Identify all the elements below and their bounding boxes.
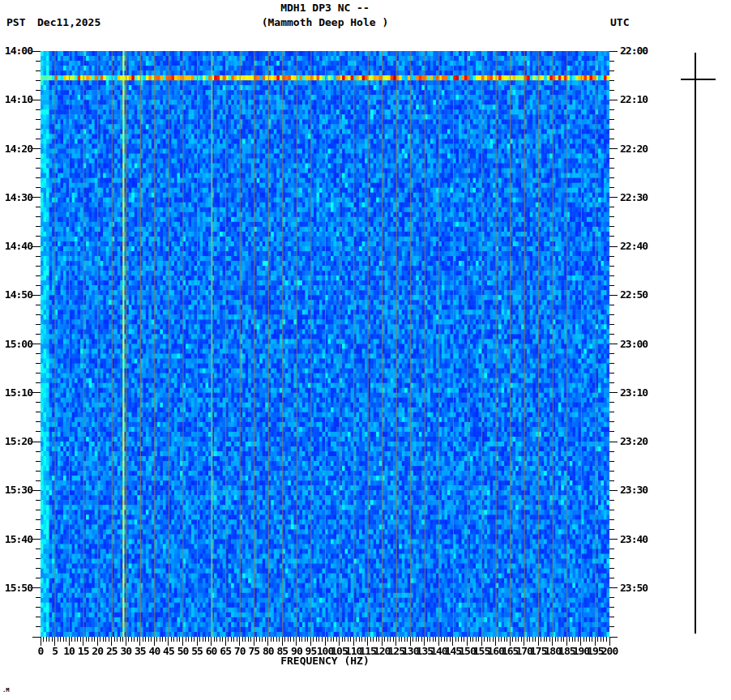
y-axis-label-utc: 22:00 bbox=[620, 45, 652, 57]
x-tick bbox=[507, 637, 507, 642]
y-tick-left bbox=[36, 558, 41, 559]
x-tick bbox=[487, 637, 488, 642]
y-axis-label-utc: 22:40 bbox=[620, 241, 652, 252]
x-tick bbox=[318, 637, 319, 642]
x-tick bbox=[478, 637, 479, 642]
y-tick-right bbox=[609, 80, 614, 81]
y-tick-left bbox=[36, 402, 41, 403]
x-tick bbox=[49, 637, 49, 642]
x-tick bbox=[313, 637, 314, 642]
y-tick-left bbox=[36, 421, 41, 422]
x-tick bbox=[342, 637, 343, 642]
x-tick bbox=[597, 637, 598, 642]
y-tick-right bbox=[609, 148, 618, 149]
x-tick bbox=[476, 637, 477, 642]
y-tick-left bbox=[32, 246, 41, 247]
y-tick-left bbox=[32, 442, 41, 442]
x-tick bbox=[77, 637, 78, 642]
x-tick bbox=[307, 637, 308, 642]
x-tick bbox=[273, 637, 274, 642]
y-tick-left bbox=[36, 597, 41, 598]
y-tick-left bbox=[36, 324, 41, 325]
y-tick-left bbox=[36, 207, 41, 207]
x-tick bbox=[242, 637, 243, 642]
x-tick bbox=[529, 637, 530, 642]
y-tick-right bbox=[609, 637, 618, 638]
y-tick-left bbox=[36, 177, 41, 178]
x-tick bbox=[331, 637, 331, 642]
x-tick bbox=[208, 637, 209, 642]
x-tick bbox=[233, 637, 234, 642]
x-tick bbox=[203, 637, 203, 642]
y-tick-left bbox=[32, 490, 41, 491]
y-tick-right bbox=[609, 207, 614, 207]
x-tick bbox=[344, 637, 345, 642]
y-axis-label-pst: 15:20 bbox=[0, 436, 32, 447]
x-tick bbox=[145, 637, 146, 642]
x-tick bbox=[214, 637, 215, 642]
y-axis-label-utc: 23:10 bbox=[620, 387, 652, 399]
x-tick bbox=[527, 637, 528, 642]
x-tick bbox=[222, 637, 223, 642]
y-tick-right bbox=[609, 139, 614, 139]
x-tick bbox=[393, 637, 394, 642]
y-tick-left bbox=[32, 197, 41, 198]
x-tick bbox=[384, 637, 385, 642]
y-tick-right bbox=[609, 471, 614, 472]
x-tick bbox=[350, 637, 351, 642]
x-tick bbox=[245, 637, 246, 642]
x-tick bbox=[356, 637, 357, 642]
x-tick bbox=[544, 637, 545, 642]
y-axis-label-pst: 14:40 bbox=[0, 241, 32, 252]
x-tick bbox=[515, 637, 516, 642]
x-tick bbox=[63, 637, 64, 642]
y-tick-left bbox=[32, 392, 41, 393]
y-tick-right bbox=[609, 461, 614, 462]
x-tick bbox=[256, 637, 257, 642]
x-tick bbox=[216, 637, 217, 642]
x-tick bbox=[549, 637, 550, 642]
x-tick bbox=[586, 637, 587, 642]
x-tick bbox=[75, 637, 75, 642]
x-tick bbox=[94, 637, 95, 642]
y-tick-left bbox=[36, 568, 41, 569]
y-tick-right bbox=[609, 187, 614, 188]
x-tick bbox=[131, 637, 132, 642]
y-tick-left bbox=[36, 578, 41, 578]
y-tick-right bbox=[609, 519, 614, 520]
y-tick-right bbox=[609, 451, 614, 452]
x-tick bbox=[399, 637, 400, 642]
date-label: Dec11,2025 bbox=[37, 16, 100, 28]
y-tick-left bbox=[36, 275, 41, 276]
x-tick bbox=[305, 637, 306, 642]
x-tick bbox=[299, 637, 300, 642]
y-tick-left bbox=[36, 480, 41, 481]
y-tick-left bbox=[36, 266, 41, 267]
x-tick bbox=[279, 637, 280, 642]
y-tick-left bbox=[36, 382, 41, 383]
x-tick bbox=[237, 637, 237, 642]
y-axis-label-utc: 22:10 bbox=[620, 94, 652, 105]
x-tick bbox=[558, 637, 558, 642]
x-tick bbox=[359, 637, 360, 642]
x-tick bbox=[301, 637, 302, 642]
y-tick-left bbox=[36, 256, 41, 257]
x-tick bbox=[100, 637, 100, 642]
y-axis-label-pst: 15:30 bbox=[0, 484, 32, 496]
x-tick bbox=[498, 637, 499, 642]
y-axis-label-utc: 23:20 bbox=[620, 436, 652, 447]
y-tick-left bbox=[36, 471, 41, 472]
x-tick bbox=[177, 637, 177, 642]
y-tick-right bbox=[609, 363, 614, 364]
x-tick bbox=[512, 637, 513, 642]
y-tick-left bbox=[32, 51, 41, 52]
y-tick-left bbox=[36, 334, 41, 335]
x-tick bbox=[120, 637, 121, 642]
y-tick-right bbox=[609, 216, 614, 217]
x-tick bbox=[427, 637, 428, 642]
y-tick-right bbox=[609, 314, 614, 315]
x-tick bbox=[532, 637, 533, 642]
y-tick-right bbox=[609, 500, 614, 501]
y-tick-right bbox=[609, 353, 614, 354]
x-tick bbox=[322, 637, 323, 642]
